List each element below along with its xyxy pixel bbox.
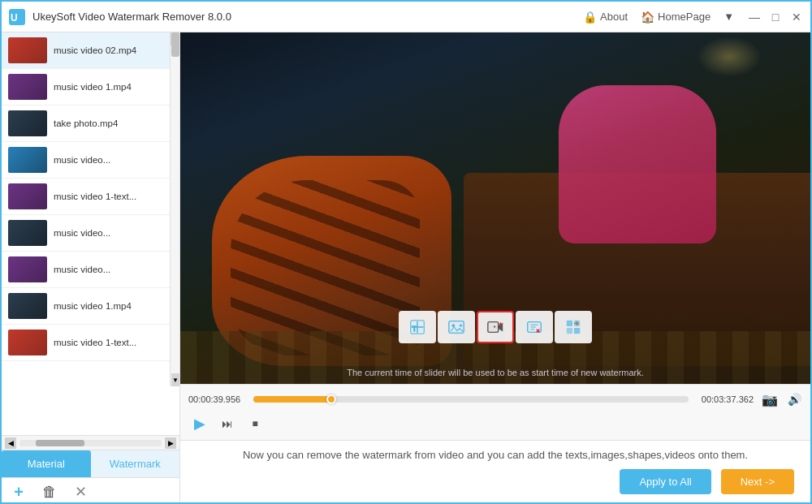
- titlebar-nav: 🔒 About 🏠 HomePage ▼: [583, 11, 734, 24]
- app-logo: U: [8, 8, 26, 26]
- content-area: T: [180, 32, 810, 504]
- apply-all-button[interactable]: Apply to All: [620, 469, 710, 494]
- file-name: music video...: [54, 155, 173, 165]
- add-text-button[interactable]: T: [399, 311, 436, 343]
- maximize-button[interactable]: □: [768, 10, 783, 24]
- lock-icon: 🔒: [583, 11, 597, 24]
- sidebar-toolbar: + 🗑 ✕: [2, 477, 179, 504]
- file-thumbnail: [8, 293, 47, 319]
- progress-track[interactable]: [253, 396, 689, 403]
- tab-watermark[interactable]: Watermark: [91, 450, 180, 477]
- list-item[interactable]: music video 1.mp4: [2, 69, 179, 106]
- h-scroll-track[interactable]: [19, 440, 162, 446]
- list-item[interactable]: music video...: [2, 252, 179, 288]
- svg-rect-10: [567, 328, 572, 334]
- file-thumbnail: [8, 37, 47, 63]
- file-name: music video 1-text...: [54, 192, 173, 201]
- tab-bar: Material Watermark: [2, 450, 179, 477]
- file-name: music video...: [54, 265, 173, 274]
- file-name: music video 1.mp4: [54, 301, 173, 311]
- h-scrollbar: ◀ ▶: [2, 435, 179, 450]
- close-button[interactable]: ✕: [789, 10, 804, 24]
- mosaic-button[interactable]: [555, 311, 592, 343]
- window-controls: — □ ✕: [747, 10, 804, 24]
- video-controls: 00:00:39.956 00:03:37.362 📷 🔊 ▶ ⏭ ■: [180, 384, 810, 440]
- video-hint-text: The current time of slider will be used …: [347, 368, 644, 377]
- list-item[interactable]: music video 1-text...: [2, 179, 179, 215]
- list-item[interactable]: take photo.mp4: [2, 106, 179, 142]
- file-thumbnail: [8, 220, 47, 246]
- step-forward-button[interactable]: ⏭: [216, 412, 239, 435]
- clear-files-button[interactable]: ✕: [71, 483, 89, 501]
- h-scroll-thumb[interactable]: [36, 440, 84, 446]
- stop-button[interactable]: ■: [244, 412, 266, 435]
- scroll-down-button[interactable]: ▼: [171, 373, 179, 386]
- list-item[interactable]: music video 1.mp4: [2, 288, 179, 325]
- time-current: 00:00:39.956: [188, 394, 247, 404]
- bottom-message: Now you can remove the watermark from vi…: [197, 449, 794, 461]
- main-layout: ▲ ▼ music video 02.mp4 music video 1.mp4…: [2, 32, 810, 504]
- timeline-row: 00:00:39.956 00:03:37.362 📷 🔊: [188, 390, 802, 409]
- file-name: music video...: [54, 228, 173, 238]
- svg-rect-11: [574, 328, 580, 334]
- bottom-actions: Apply to All Next ->: [197, 469, 794, 494]
- homepage-label: HomePage: [658, 11, 710, 23]
- progress-fill: [253, 396, 331, 403]
- svg-text:U: U: [11, 12, 18, 24]
- sidebar: ▲ ▼ music video 02.mp4 music video 1.mp4…: [2, 32, 180, 504]
- file-list: ▲ ▼ music video 02.mp4 music video 1.mp4…: [2, 32, 179, 435]
- minimize-button[interactable]: —: [747, 10, 762, 24]
- file-name: music video 1.mp4: [54, 82, 173, 92]
- app-title: UkeySoft Video Watermark Remover 8.0.0: [32, 11, 583, 23]
- volume-button[interactable]: 🔊: [786, 391, 802, 407]
- svg-point-5: [452, 324, 456, 327]
- remove-watermark-button[interactable]: [516, 311, 553, 343]
- svg-text:T: T: [412, 325, 417, 333]
- scrollbar-track[interactable]: ▲ ▼: [170, 32, 179, 386]
- dropdown-nav[interactable]: ▼: [723, 11, 734, 23]
- file-name: take photo.mp4: [54, 118, 173, 128]
- watermark-toolbar: T: [399, 311, 592, 343]
- add-image-button[interactable]: [438, 311, 475, 343]
- file-thumbnail: [8, 330, 47, 355]
- titlebar: U UkeySoft Video Watermark Remover 8.0.0…: [2, 2, 810, 32]
- file-thumbnail: [8, 147, 47, 173]
- time-total: 00:03:37.362: [695, 394, 754, 404]
- home-icon: 🏠: [641, 11, 654, 24]
- play-button[interactable]: ▶: [188, 412, 211, 435]
- scrollbar-thumb[interactable]: [171, 32, 179, 57]
- progress-thumb[interactable]: [326, 394, 336, 404]
- next-button[interactable]: Next ->: [721, 469, 794, 494]
- chevron-down-icon: ▼: [723, 11, 734, 23]
- file-thumbnail: [8, 74, 47, 100]
- add-video-button[interactable]: [477, 311, 514, 343]
- list-item[interactable]: music video 1-text...: [2, 325, 179, 361]
- add-file-button[interactable]: +: [10, 483, 28, 501]
- list-item[interactable]: music video 02.mp4: [2, 32, 179, 69]
- screenshot-button[interactable]: 📷: [760, 390, 780, 409]
- file-name: music video 02.mp4: [54, 45, 173, 55]
- file-thumbnail: [8, 183, 47, 209]
- h-scroll-left-button[interactable]: ◀: [5, 437, 16, 449]
- delete-file-button[interactable]: 🗑: [41, 483, 58, 501]
- homepage-nav[interactable]: 🏠 HomePage: [641, 11, 710, 24]
- list-item[interactable]: music video...: [2, 142, 179, 179]
- list-item[interactable]: music video...: [2, 215, 179, 252]
- tab-material[interactable]: Material: [2, 450, 91, 477]
- file-thumbnail: [8, 110, 47, 136]
- svg-rect-6: [488, 322, 499, 333]
- svg-rect-8: [567, 321, 572, 326]
- file-name: music video 1-text...: [54, 338, 173, 347]
- bottom-bar: Now you can remove the watermark from vi…: [180, 440, 810, 504]
- video-preview: T: [180, 32, 810, 384]
- video-hint-area: The current time of slider will be used …: [347, 368, 644, 377]
- about-label: About: [600, 11, 628, 23]
- about-nav[interactable]: 🔒 About: [583, 11, 628, 24]
- file-thumbnail: [8, 256, 47, 282]
- playback-controls: ▶ ⏭ ■: [188, 412, 802, 435]
- h-scroll-right-button[interactable]: ▶: [165, 437, 176, 449]
